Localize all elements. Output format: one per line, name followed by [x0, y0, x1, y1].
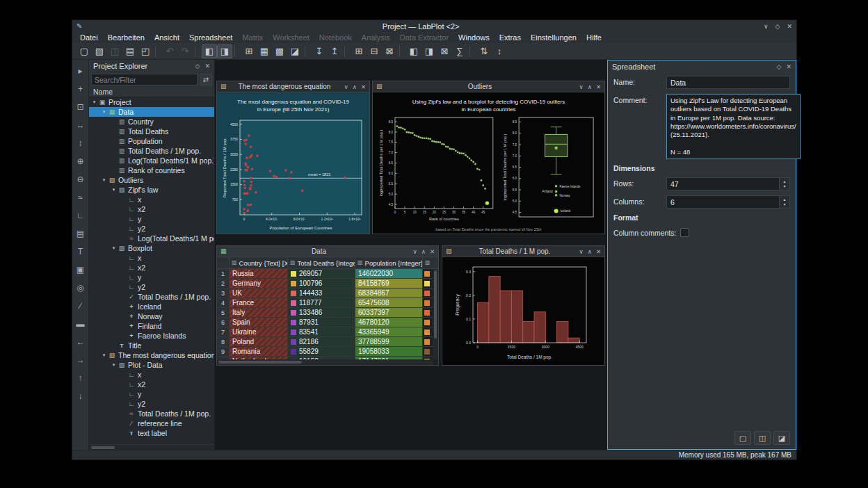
add-curve-tool[interactable]: ≈ [78, 193, 83, 202]
table-vertical-scrollbar[interactable] [433, 269, 438, 359]
extra-column-cell[interactable] [423, 298, 433, 308]
tree-item[interactable]: ▾ Plot - Data [89, 360, 214, 370]
load-template-button[interactable]: ▢ [734, 431, 751, 445]
menu-ansicht[interactable]: Ansicht [150, 33, 184, 42]
equation-worksheet[interactable]: The most dangerous equation and COVID-19… [217, 92, 369, 234]
zoom-in-tool[interactable]: ⊕ [77, 157, 83, 165]
column-statistics-button[interactable]: ∑ [452, 44, 467, 58]
tree-item[interactable]: ▾ The most dangerous equation [89, 350, 214, 360]
tree-item[interactable]: ▾ Zipf's law [89, 185, 214, 195]
close-window-icon[interactable]: ✕ [787, 23, 792, 30]
mdi-window-outliers[interactable]: Outliers ∨∧✕ Using Zipf's law and a boxp… [372, 81, 605, 234]
tree-item[interactable]: y2 [89, 224, 214, 234]
insert-column-left-button[interactable]: ◧ [406, 44, 421, 58]
new-spreadsheet-button[interactable]: ⊞ [241, 44, 257, 58]
menu-analysis[interactable]: Analysis [357, 33, 395, 42]
menu-windows[interactable]: Windows [453, 33, 495, 42]
print-preview-button[interactable]: ◰ [138, 44, 153, 58]
mdi-window-histogram[interactable]: Total Deaths / 1 M pop. ∨∧✕ 015003000450… [442, 245, 605, 366]
tree-item[interactable]: ▾ Project [89, 97, 214, 107]
corner-header-cell[interactable] [217, 257, 230, 268]
tree-item[interactable]: y2 [89, 282, 214, 292]
mdi-maximize-button[interactable]: ∧ [588, 83, 592, 90]
tree-item[interactable]: Log(Total Deaths/1 M pop.) [89, 234, 214, 243]
extra-column-cell[interactable] [423, 347, 433, 357]
window-titlebar[interactable]: ✎ Project — LabPlot <2> ∨ ◇ ✕ [72, 20, 796, 32]
menu-datei[interactable]: Datei [75, 33, 103, 42]
spin-up-icon[interactable]: ▴ [783, 197, 785, 202]
crosshair-tool[interactable]: + [78, 85, 83, 93]
new-worksheet-button[interactable]: ▩ [272, 44, 287, 58]
tree-item[interactable]: x2 [89, 380, 214, 389]
tree-item[interactable]: Faeroe Islands [89, 331, 214, 341]
column-comments-checkbox[interactable] [680, 228, 689, 237]
remove-columns-button[interactable]: ⊠ [437, 44, 452, 58]
tree-item[interactable]: Title [89, 341, 214, 350]
tree-item[interactable]: Total Deaths / 1M pop. [89, 146, 214, 156]
population-cell[interactable]: 37788599 [355, 337, 423, 347]
dock-float-button[interactable]: ◇ [777, 63, 782, 70]
mdi-titlebar[interactable]: Outliers ∨∧✕ [373, 81, 604, 92]
columns-value[interactable]: 6 [667, 196, 779, 208]
total-deaths-cell[interactable]: 55829 [288, 347, 355, 357]
spinner-arrows[interactable]: ▴ ▾ [779, 196, 789, 208]
menu-bearbeiten[interactable]: Bearbeiten [103, 33, 150, 42]
extra-column-cell[interactable] [423, 327, 433, 337]
insert-row-above-button[interactable]: ⊞ [351, 44, 367, 58]
zoom-x-tool[interactable]: ↔ [77, 121, 85, 129]
outliers-boxplot[interactable]: 4.55.05.56.06.57.07.58.08.5log(reported … [502, 115, 599, 222]
print-button[interactable]: ▤ [122, 44, 138, 58]
total-deaths-cell[interactable]: 82186 [288, 337, 355, 347]
total-deaths-cell[interactable]: 87931 [288, 318, 355, 327]
new-project-button[interactable]: ▢ [77, 44, 92, 58]
tree-item[interactable]: y [89, 214, 214, 224]
spreadsheet-dock-titlebar[interactable]: Spreadsheet ◇ ✕ [608, 60, 796, 73]
country-cell[interactable]: France [230, 298, 288, 308]
country-cell[interactable]: Russia [230, 269, 288, 279]
zoom-select-tool[interactable]: ⊡ [77, 103, 83, 111]
save-default-button[interactable]: ◪ [773, 431, 790, 445]
tree-item[interactable]: text label [89, 428, 214, 438]
spin-up-icon[interactable]: ▴ [783, 179, 785, 184]
tree-item[interactable]: y [89, 389, 214, 399]
add-axis-tool[interactable]: ∟ [77, 211, 85, 220]
open-project-button[interactable]: ▧ [92, 44, 107, 58]
mdi-minimize-button[interactable]: ∨ [344, 83, 348, 90]
population-cell[interactable]: 84158769 [355, 279, 423, 288]
tree-item[interactable]: Log(Total Deaths/1 M pop.) [89, 156, 214, 165]
country-cell[interactable]: Ukraine [230, 327, 288, 337]
tree-item[interactable]: x [89, 195, 214, 204]
mdi-minimize-button[interactable]: ∨ [412, 248, 417, 255]
export-data-button[interactable]: ↥ [327, 44, 342, 58]
mdi-minimize-button[interactable]: ∨ [579, 248, 583, 255]
population-cell[interactable]: 146022030 [355, 269, 423, 279]
country-cell[interactable]: Italy [230, 308, 288, 318]
population-cell[interactable]: 60337397 [355, 308, 423, 318]
mdi-window-data[interactable]: Data ∨∧✕ Country {Text} [X] [216, 245, 439, 366]
mdi-maximize-button[interactable]: ∧ [353, 83, 357, 90]
extra-column-cell[interactable] [423, 288, 433, 298]
mdi-close-button[interactable]: ✕ [361, 83, 366, 90]
expander-icon[interactable]: ▾ [110, 362, 118, 368]
row-number-cell[interactable]: 7 [217, 327, 230, 337]
extra-column-cell[interactable] [423, 269, 433, 279]
menu-extras[interactable]: Extras [495, 33, 526, 42]
country-cell[interactable]: Germany [230, 279, 288, 288]
dock-float-button[interactable]: ◇ [195, 63, 200, 70]
new-matrix-button[interactable]: ▦ [257, 44, 272, 58]
population-cell[interactable]: 46780120 [355, 318, 423, 327]
menu-worksheet[interactable]: Worksheet [268, 33, 314, 42]
column-header[interactable]: Total Deaths {Integer} [Y] [288, 257, 355, 268]
expander-icon[interactable]: ▾ [110, 187, 118, 193]
expander-icon[interactable]: ▾ [100, 177, 108, 183]
add-reference-line-tool[interactable]: ∕ [79, 302, 81, 310]
tree-item[interactable]: Iceland [89, 302, 214, 311]
tree-item[interactable]: Country [89, 117, 214, 127]
equation-scatter-plot[interactable]: 04.0×10⁷8.0×10⁷1.2×10⁸1.6×10⁸75015002250… [219, 116, 367, 231]
country-cell[interactable]: Poland [230, 337, 288, 347]
spin-down-icon[interactable]: ▾ [783, 202, 785, 207]
mdi-close-button[interactable]: ✕ [596, 83, 601, 90]
tree-item[interactable]: Rank of countries [89, 165, 214, 175]
comment-field[interactable]: Using Zipf's Law for detecting European … [666, 94, 801, 159]
sort-ascending-button[interactable]: ⇅ [476, 44, 492, 58]
